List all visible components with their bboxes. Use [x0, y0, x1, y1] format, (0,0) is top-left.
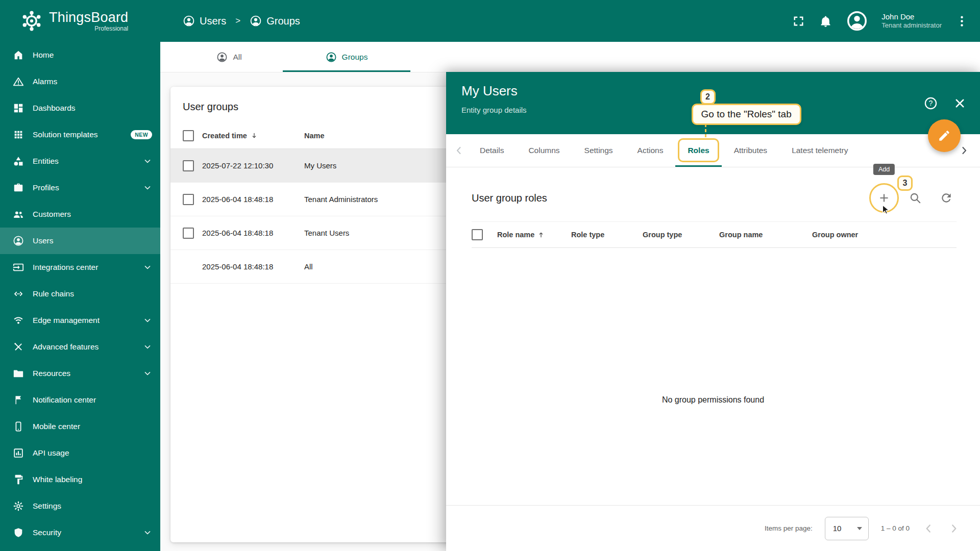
refresh-icon	[940, 191, 953, 205]
sidebar-item-solution-templates[interactable]: Solution templates NEW	[0, 121, 160, 148]
advanced-features-icon	[13, 341, 24, 353]
sidebar-item-notification-center[interactable]: Notification center	[0, 387, 160, 413]
search-button[interactable]	[905, 188, 925, 208]
solution-templates-icon	[13, 129, 24, 140]
row-checkbox[interactable]	[183, 194, 194, 205]
avatar[interactable]	[846, 10, 868, 32]
sidebar-item-label: Mobile center	[33, 422, 152, 431]
security-icon	[13, 527, 24, 538]
chevron-down-icon	[143, 342, 152, 352]
pencil-icon	[938, 129, 951, 142]
sidebar: Home Alarms Dashboards Solution template…	[0, 42, 160, 551]
sidebar-item-label: Customers	[33, 210, 152, 219]
profiles-icon	[13, 182, 24, 193]
column-group-owner[interactable]: Group owner	[812, 231, 957, 239]
help-button[interactable]	[924, 96, 938, 110]
select-all-checkbox[interactable]	[472, 229, 483, 240]
logo-text: ThingsBoard Professional	[49, 10, 128, 32]
roles-tab-content: User group roles 3 Add	[446, 167, 980, 505]
column-group-name[interactable]: Group name	[719, 231, 812, 239]
user-name: John Doe	[881, 12, 942, 22]
tab-latest-telemetry[interactable]: Latest telemetry	[779, 134, 860, 167]
edit-fab-button[interactable]	[928, 119, 961, 152]
fullscreen-button[interactable]	[792, 14, 805, 28]
breadcrumb-groups[interactable]: Groups	[250, 15, 300, 27]
chevron-left-icon	[453, 144, 465, 157]
home-icon	[13, 49, 24, 61]
breadcrumb-users[interactable]: Users	[183, 15, 226, 27]
new-badge: NEW	[131, 130, 152, 139]
tab-settings[interactable]: Settings	[572, 134, 625, 167]
sidebar-item-label: Integrations center	[33, 263, 134, 272]
entity-details-drawer: My Users Entity group details Details Co…	[446, 72, 980, 551]
sidebar-item-rule-chains[interactable]: Rule chains	[0, 281, 160, 307]
tabs-scroll-right-button[interactable]	[955, 144, 973, 157]
sidebar-item-edge-management[interactable]: Edge management	[0, 307, 160, 334]
sidebar-item-security[interactable]: Security	[0, 519, 160, 546]
sidebar-item-profiles[interactable]: Profiles	[0, 174, 160, 201]
row-checkbox[interactable]	[183, 160, 194, 171]
tab-actions[interactable]: Actions	[625, 134, 676, 167]
tab-groups[interactable]: Groups	[283, 42, 410, 72]
sidebar-item-label: Rule chains	[33, 289, 152, 298]
more-menu-button[interactable]	[955, 14, 969, 28]
column-role-type[interactable]: Role type	[571, 231, 643, 239]
bell-icon	[819, 14, 832, 28]
integrations-icon	[13, 262, 24, 273]
sidebar-item-settings[interactable]: Settings	[0, 493, 160, 519]
sidebar-item-label: Entities	[33, 157, 134, 166]
cell-created-time: 2025-06-04 18:48:18	[202, 195, 304, 204]
fullscreen-icon	[792, 14, 805, 28]
add-role-button[interactable]: 3 Add	[874, 188, 894, 208]
users-icon	[13, 235, 24, 246]
sidebar-item-users[interactable]: Users	[0, 228, 160, 254]
tab-details[interactable]: Details	[468, 134, 516, 167]
page-size-select[interactable]: 10	[825, 517, 869, 540]
chevron-down-icon	[143, 263, 152, 272]
sidebar-item-label: Dashboards	[33, 104, 152, 113]
sidebar-item-alarms[interactable]: Alarms	[0, 68, 160, 95]
thingsboard-logo[interactable]: ThingsBoard Professional	[0, 10, 160, 32]
sidebar-item-dashboards[interactable]: Dashboards	[0, 95, 160, 121]
sidebar-item-home[interactable]: Home	[0, 42, 160, 68]
breadcrumb: Users > Groups	[183, 15, 300, 27]
column-group-type[interactable]: Group type	[643, 231, 719, 239]
breadcrumb-users-label: Users	[200, 15, 226, 27]
column-created-time[interactable]: Created time	[202, 132, 304, 140]
paginator: Items per page: 10 1 – 0 of 0	[446, 505, 980, 551]
sidebar-item-advanced-features[interactable]: Advanced features	[0, 334, 160, 360]
mobile-icon	[13, 421, 24, 432]
user-menu[interactable]: John Doe Tenant administrator	[881, 12, 942, 30]
sidebar-item-api-usage[interactable]: API usage	[0, 440, 160, 466]
user-icon	[250, 15, 262, 27]
sidebar-item-white-labeling[interactable]: White labeling	[0, 466, 160, 493]
close-icon	[953, 96, 967, 110]
tab-groups-label: Groups	[342, 53, 368, 62]
close-drawer-button[interactable]	[953, 96, 967, 110]
tab-columns[interactable]: Columns	[516, 134, 572, 167]
chevron-down-icon	[143, 157, 152, 166]
tab-roles[interactable]: Roles Go to the "Roles" tab 2	[675, 134, 721, 167]
sidebar-item-label: Profiles	[33, 183, 134, 192]
tabs-scroll-left-button[interactable]	[450, 144, 468, 157]
sidebar-item-label: Home	[33, 51, 152, 60]
chevron-down-icon	[143, 369, 152, 378]
refresh-button[interactable]	[936, 188, 957, 208]
plus-icon	[877, 191, 891, 205]
sidebar-item-label: Settings	[33, 502, 152, 511]
sidebar-item-customers[interactable]: Customers	[0, 201, 160, 228]
sort-desc-icon	[250, 132, 258, 140]
paginator-range: 1 – 0 of 0	[881, 524, 910, 532]
select-all-checkbox[interactable]	[183, 130, 194, 141]
notifications-button[interactable]	[819, 14, 832, 28]
column-role-name[interactable]: Role name	[497, 231, 571, 239]
sidebar-item-integrations-center[interactable]: Integrations center	[0, 254, 160, 281]
previous-page-button[interactable]	[922, 522, 935, 535]
sidebar-item-resources[interactable]: Resources	[0, 360, 160, 387]
next-page-button[interactable]	[947, 522, 961, 535]
tab-attributes[interactable]: Attributes	[722, 134, 779, 167]
sidebar-item-mobile-center[interactable]: Mobile center	[0, 413, 160, 440]
tab-all[interactable]: All	[176, 42, 283, 72]
row-checkbox[interactable]	[183, 228, 194, 239]
sidebar-item-entities[interactable]: Entities	[0, 148, 160, 174]
